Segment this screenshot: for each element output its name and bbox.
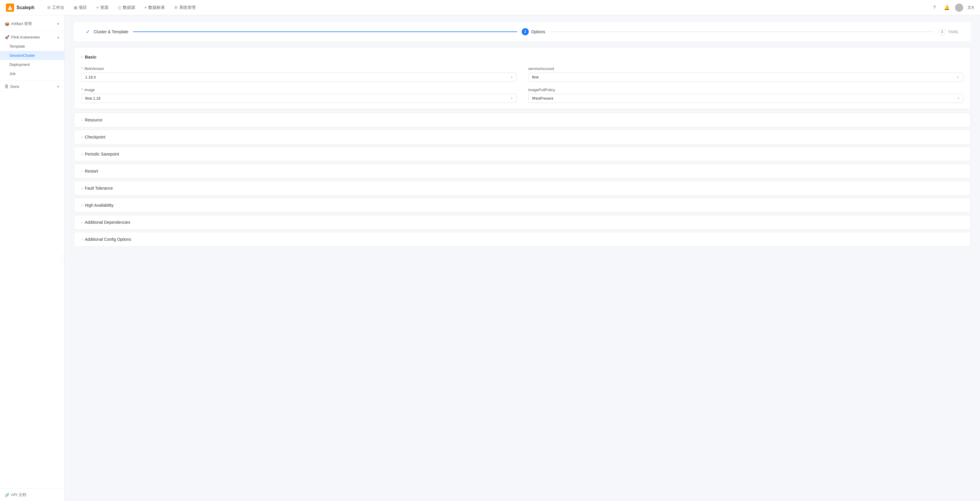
section-checkpoint-header: › Checkpoint xyxy=(81,135,963,139)
app-name: Scaleph xyxy=(16,5,34,10)
section-periodic-savepoint-header: › Periodic Savepoint xyxy=(81,152,963,156)
sidebar-item-sessioncluster[interactable]: SessionCluster xyxy=(0,51,64,60)
section-fault-tolerance-chevron-icon: › xyxy=(81,187,83,190)
field-flink-version: * flinkVersion 1.18.0 ▾ xyxy=(81,67,516,82)
nav-resource-label: 资源 xyxy=(100,5,108,10)
step-yaml-label: YAML xyxy=(948,29,959,34)
required-marker: * xyxy=(81,67,83,71)
service-account-clear-icon[interactable]: ✕ xyxy=(956,75,959,80)
flink-version-label: * flinkVersion xyxy=(81,67,516,71)
section-resource[interactable]: › Resource xyxy=(74,113,970,127)
sidebar-group-flink[interactable]: 🚀 Flink Kuberentes ▲ xyxy=(0,33,64,42)
step-options-circle: 2 xyxy=(522,28,529,35)
flink-arrow-icon: ▲ xyxy=(57,35,60,39)
nav-resource[interactable]: ≡ 资源 xyxy=(92,3,113,12)
section-high-availability-label: High Availability xyxy=(85,203,114,207)
section-additional-config-options-chevron-icon: › xyxy=(81,238,83,241)
avatar[interactable] xyxy=(955,3,963,12)
main-content: ✓ Cluster & Template 2 Options 3 YAML › … xyxy=(65,15,980,501)
nav-project-label: 项目 xyxy=(79,5,87,10)
section-resource-header: › Resource xyxy=(81,118,963,122)
layout: 📦 Artifact 管理 ▼ 🚀 Flink Kuberentes ▲ Tem… xyxy=(0,15,980,501)
image-pull-policy-select[interactable]: IfNotPresent ▾ xyxy=(528,94,963,103)
nav-items: ⊞ 工作台 ▦ 项目 ≡ 资源 ◫ 数据源 ≡ 数据标准 ⚙ 系统管理 xyxy=(43,3,930,12)
section-resource-label: Resource xyxy=(85,118,102,122)
image-pull-policy-label: imagePullPolicy xyxy=(528,88,963,92)
image-label: * image xyxy=(81,88,516,92)
app-logo[interactable]: Scaleph xyxy=(6,3,34,12)
section-additional-config-options[interactable]: › Additional Config Options xyxy=(74,232,970,247)
logo-icon xyxy=(6,3,14,12)
service-account-label: serviceAccount xyxy=(528,67,963,71)
image-select[interactable]: flink:1.18 ▾ xyxy=(81,94,516,103)
step-yaml: 3 YAML xyxy=(939,28,959,35)
nav-workspace-label: 工作台 xyxy=(52,5,64,10)
section-high-availability[interactable]: › High Availability xyxy=(74,198,970,212)
nav-workspace[interactable]: ⊞ 工作台 xyxy=(43,3,68,12)
step-check-icon: ✓ xyxy=(86,29,90,35)
section-restart[interactable]: › Restart xyxy=(74,164,970,179)
sidebar-collapse-button[interactable]: ‹ xyxy=(61,255,65,262)
nav-datasource-label: 数据源 xyxy=(123,5,135,10)
deployment-label: Deployment xyxy=(10,62,30,67)
service-account-input[interactable]: flink ✕ xyxy=(528,73,963,82)
section-additional-config-options-header: › Additional Config Options xyxy=(81,237,963,242)
notifications-button[interactable]: 🔔 xyxy=(943,3,951,12)
field-image-pull-policy: imagePullPolicy IfNotPresent ▾ xyxy=(528,88,963,103)
step-options: 2 Options xyxy=(522,28,545,35)
flink-version-caret-icon: ▾ xyxy=(511,75,512,79)
section-restart-header: › Restart xyxy=(81,169,963,174)
sidebar-item-job[interactable]: Job xyxy=(0,69,64,78)
basic-section-header[interactable]: › Basic xyxy=(81,53,963,61)
language-button[interactable]: 文A xyxy=(967,5,974,10)
section-periodic-savepoint-label: Periodic Savepoint xyxy=(85,152,119,156)
artifact-icon: 📦 xyxy=(5,22,10,26)
basic-section: › Basic * flinkVersion 1.18.0 ▾ xyxy=(74,47,970,109)
api-docs-link[interactable]: 🔗 API 文档 xyxy=(0,488,64,501)
section-fault-tolerance[interactable]: › Fault Tolerance xyxy=(74,181,970,196)
section-checkpoint-chevron-icon: › xyxy=(81,135,83,139)
image-value: flink:1.18 xyxy=(85,96,100,101)
section-periodic-savepoint-chevron-icon: › xyxy=(81,152,83,156)
field-image: * image flink:1.18 ▾ xyxy=(81,88,516,103)
section-additional-config-options-label: Additional Config Options xyxy=(85,237,131,242)
sidebar-item-template[interactable]: Template xyxy=(0,42,64,51)
image-pull-policy-value: IfNotPresent xyxy=(532,96,553,101)
step-yaml-circle: 3 xyxy=(939,28,946,35)
service-account-value: flink xyxy=(532,75,539,80)
section-periodic-savepoint[interactable]: › Periodic Savepoint xyxy=(74,147,970,161)
nav-project[interactable]: ▦ 项目 xyxy=(70,3,91,12)
help-button[interactable]: ? xyxy=(931,3,939,12)
nav-standard-label: 数据标准 xyxy=(148,5,165,10)
flink-label: Flink Kuberentes xyxy=(11,35,40,39)
image-pull-policy-caret-icon: ▾ xyxy=(958,96,959,100)
artifact-arrow-icon: ▼ xyxy=(57,22,60,26)
basic-form-grid: * flinkVersion 1.18.0 ▾ serviceAccount xyxy=(81,67,963,103)
basic-section-body: * flinkVersion 1.18.0 ▾ serviceAccount xyxy=(81,67,963,103)
step-cluster-label: Cluster & Template xyxy=(94,29,128,34)
section-additional-dependencies-label: Additional Dependencies xyxy=(85,220,130,225)
section-checkpoint[interactable]: › Checkpoint xyxy=(74,130,970,144)
project-icon: ▦ xyxy=(74,5,77,10)
step-line-2 xyxy=(550,32,934,32)
standard-icon: ≡ xyxy=(145,5,147,10)
nav-standard[interactable]: ≡ 数据标准 xyxy=(140,3,169,12)
sidebar-group-doris[interactable]: 🗄 Doris ▼ xyxy=(0,82,64,91)
section-restart-label: Restart xyxy=(85,169,98,174)
workspace-icon: ⊞ xyxy=(47,5,51,10)
template-label: Template xyxy=(10,44,25,48)
flink-version-select[interactable]: 1.18.0 ▾ xyxy=(81,73,516,82)
section-high-availability-chevron-icon: › xyxy=(81,203,83,207)
nav-right: ? 🔔 文A xyxy=(931,3,974,12)
resource-icon: ≡ xyxy=(96,5,99,10)
nav-system[interactable]: ⚙ 系统管理 xyxy=(170,3,200,12)
top-nav: Scaleph ⊞ 工作台 ▦ 项目 ≡ 资源 ◫ 数据源 ≡ 数据标准 ⚙ 系… xyxy=(0,0,980,15)
sidebar-item-deployment[interactable]: Deployment xyxy=(0,60,64,69)
section-additional-dependencies[interactable]: › Additional Dependencies xyxy=(74,215,970,230)
doris-icon: 🗄 xyxy=(5,85,8,89)
datasource-icon: ◫ xyxy=(118,5,121,10)
sessioncluster-label: SessionCluster xyxy=(10,53,35,57)
nav-datasource[interactable]: ◫ 数据源 xyxy=(114,3,139,12)
step-header: ✓ Cluster & Template 2 Options 3 YAML xyxy=(74,22,970,41)
sidebar-group-artifact[interactable]: 📦 Artifact 管理 ▼ xyxy=(0,19,64,29)
